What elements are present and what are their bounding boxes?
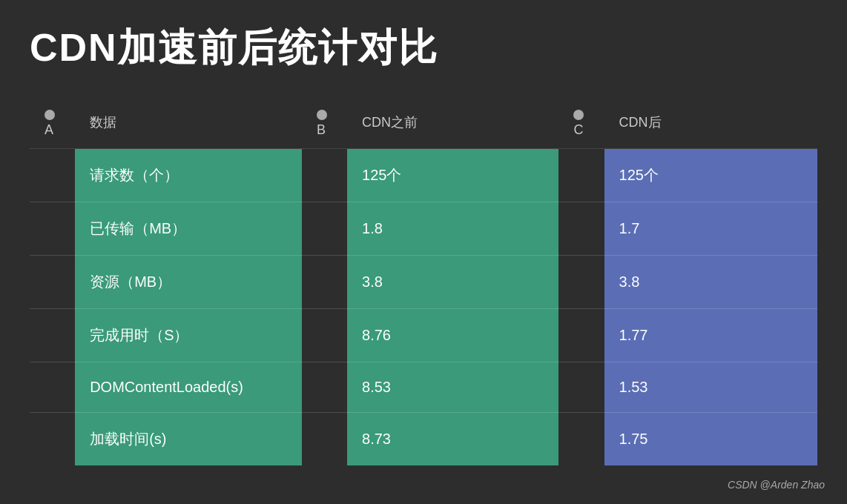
- col-cdn-before-header: CDN之前: [347, 96, 558, 149]
- cell-col-c-0: [558, 149, 604, 202]
- cell-after-2: 3.8: [604, 256, 817, 309]
- cell-col-a-4: [30, 362, 75, 413]
- col-a-label: A: [45, 122, 53, 137]
- cell-before-0: 125个: [347, 149, 558, 202]
- col-data-header: 数据: [75, 96, 302, 149]
- col-cdn-after-header: CDN后: [604, 96, 817, 149]
- page-container: CDN加速前后统计对比 A 数据 B CDN之前: [0, 0, 847, 504]
- page-title: CDN加速前后统计对比: [30, 22, 817, 74]
- cell-col-b-0: [302, 149, 347, 202]
- table-wrapper: A 数据 B CDN之前 C: [30, 96, 817, 489]
- cell-before-5: 8.73: [347, 413, 558, 466]
- col-b-label: B: [317, 122, 326, 137]
- cell-after-4: 1.53: [604, 362, 817, 413]
- cell-col-c-4: [558, 362, 604, 413]
- cell-label-1: 已传输（MB）: [75, 202, 302, 256]
- cell-col-c-1: [558, 202, 604, 256]
- cell-after-0: 125个: [604, 149, 817, 202]
- table-row: 已传输（MB） 1.8 1.7: [30, 202, 817, 256]
- table-row: 资源（MB） 3.8 3.8: [30, 256, 817, 309]
- table-body: 请求数（个） 125个 125个 已传输（MB） 1.8 1.7 资源（MB） …: [30, 149, 817, 466]
- cell-col-b-4: [302, 362, 347, 413]
- dot-a-icon: [45, 110, 55, 120]
- cell-before-3: 8.76: [347, 309, 558, 362]
- watermark: CSDN @Arden Zhao: [728, 479, 825, 491]
- table-header-row: A 数据 B CDN之前 C: [30, 96, 817, 149]
- cell-label-5: 加载时间(s): [75, 413, 302, 466]
- cell-col-b-5: [302, 413, 347, 466]
- cell-col-a-3: [30, 309, 75, 362]
- col-b-header: B: [302, 96, 347, 149]
- cell-before-2: 3.8: [347, 256, 558, 309]
- cell-col-a-5: [30, 413, 75, 466]
- cell-col-b-2: [302, 256, 347, 309]
- cell-after-1: 1.7: [604, 202, 817, 256]
- col-c-label: C: [573, 122, 583, 137]
- table-row: 加载时间(s) 8.73 1.75: [30, 413, 817, 466]
- cell-label-2: 资源（MB）: [75, 256, 302, 309]
- col-a-header: A: [30, 96, 75, 149]
- dot-b-icon: [317, 110, 327, 120]
- dot-c-icon: [573, 110, 584, 120]
- col-cdn-after-label: CDN后: [619, 115, 662, 130]
- cell-col-c-5: [558, 413, 604, 466]
- col-c-header: C: [558, 96, 604, 149]
- col-cdn-before-label: CDN之前: [362, 115, 418, 130]
- cell-col-c-3: [558, 309, 604, 362]
- cell-label-4: DOMContentLoaded(s): [75, 362, 302, 413]
- cell-col-c-2: [558, 256, 604, 309]
- cell-before-1: 1.8: [347, 202, 558, 256]
- cell-col-a-1: [30, 202, 75, 256]
- cell-before-4: 8.53: [347, 362, 558, 413]
- cell-after-5: 1.75: [604, 413, 817, 466]
- cell-label-3: 完成用时（S）: [75, 309, 302, 362]
- col-data-label: 数据: [90, 115, 116, 130]
- comparison-table: A 数据 B CDN之前 C: [30, 96, 817, 465]
- table-row: 完成用时（S） 8.76 1.77: [30, 309, 817, 362]
- table-row: DOMContentLoaded(s) 8.53 1.53: [30, 362, 817, 413]
- cell-label-0: 请求数（个）: [75, 149, 302, 202]
- cell-col-a-2: [30, 256, 75, 309]
- cell-after-3: 1.77: [604, 309, 817, 362]
- cell-col-a-0: [30, 149, 75, 202]
- cell-col-b-3: [302, 309, 347, 362]
- table-row: 请求数（个） 125个 125个: [30, 149, 817, 202]
- cell-col-b-1: [302, 202, 347, 256]
